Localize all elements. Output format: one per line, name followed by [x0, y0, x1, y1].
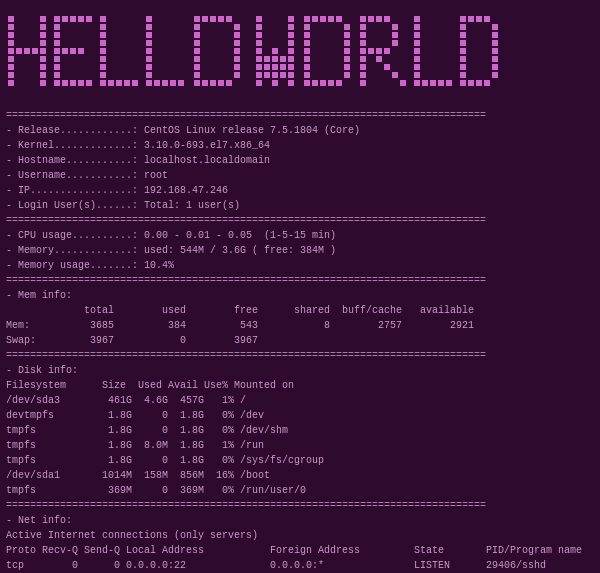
svg-rect-133 — [344, 24, 350, 30]
disk-row: /dev/sda1 1014M 158M 856M 16% /boot — [6, 468, 594, 483]
cpu-line: - CPU usage..........: 0.00 - 0.01 - 0.0… — [6, 228, 594, 243]
svg-rect-86 — [234, 72, 240, 78]
svg-rect-187 — [460, 80, 466, 86]
svg-rect-150 — [360, 64, 366, 70]
svg-rect-43 — [100, 32, 106, 38]
svg-rect-94 — [256, 40, 262, 46]
svg-rect-111 — [288, 16, 294, 22]
svg-rect-116 — [288, 56, 294, 62]
svg-rect-134 — [344, 32, 350, 38]
svg-rect-140 — [312, 80, 318, 86]
svg-rect-41 — [100, 16, 106, 22]
svg-rect-8 — [8, 80, 14, 86]
svg-rect-192 — [492, 32, 498, 38]
svg-rect-1 — [8, 24, 14, 30]
svg-rect-106 — [272, 72, 278, 78]
svg-rect-157 — [392, 32, 398, 38]
svg-rect-80 — [234, 24, 240, 30]
svg-rect-17 — [40, 56, 46, 62]
svg-rect-171 — [414, 56, 420, 62]
svg-rect-12 — [40, 16, 46, 22]
svg-rect-61 — [146, 72, 152, 78]
svg-rect-144 — [360, 16, 366, 22]
svg-rect-83 — [234, 48, 240, 54]
svg-rect-177 — [438, 80, 444, 86]
svg-rect-185 — [460, 64, 466, 70]
svg-rect-88 — [210, 80, 216, 86]
svg-rect-63 — [154, 80, 160, 86]
svg-rect-9 — [16, 48, 22, 54]
username-line: - Username...........: root — [6, 168, 594, 183]
svg-rect-30 — [62, 16, 68, 22]
svg-rect-114 — [288, 40, 294, 46]
svg-rect-99 — [256, 80, 262, 86]
svg-rect-38 — [70, 80, 76, 86]
disk-row: tmpfs 1.8G 0 1.8G 0% /sys/fs/cgroup — [6, 453, 594, 468]
svg-rect-180 — [460, 24, 466, 30]
svg-rect-100 — [264, 56, 270, 62]
svg-rect-132 — [336, 16, 342, 22]
svg-rect-163 — [384, 64, 390, 70]
hello-world-banner: .px { fill: #cc66cc; } — [6, 4, 594, 108]
svg-rect-68 — [194, 24, 200, 30]
svg-rect-199 — [476, 80, 482, 86]
svg-rect-95 — [256, 48, 262, 54]
svg-rect-113 — [288, 32, 294, 38]
svg-rect-191 — [492, 24, 498, 30]
svg-rect-110 — [280, 72, 286, 78]
svg-rect-179 — [460, 16, 466, 22]
svg-rect-158 — [392, 40, 398, 46]
svg-rect-183 — [460, 48, 466, 54]
svg-rect-44 — [100, 40, 106, 46]
disk-row: devtmpfs 1.8G 0 1.8G 0% /dev — [6, 408, 594, 423]
svg-rect-39 — [78, 80, 84, 86]
svg-rect-46 — [100, 56, 106, 62]
svg-rect-104 — [272, 56, 278, 62]
svg-rect-29 — [54, 80, 60, 86]
svg-rect-69 — [194, 32, 200, 38]
svg-rect-164 — [392, 72, 398, 78]
separator-top: ========================================… — [6, 108, 594, 123]
system-info-block: ========================================… — [6, 108, 594, 288]
separator-4: ========================================… — [6, 348, 594, 363]
svg-rect-82 — [234, 40, 240, 46]
svg-rect-135 — [344, 40, 350, 46]
net-row: tcp 0 0 0.0.0.0:22 0.0.0.0:* LISTEN 2940… — [6, 558, 594, 573]
svg-rect-193 — [492, 40, 498, 46]
svg-rect-5 — [8, 56, 14, 62]
svg-rect-50 — [108, 80, 114, 86]
svg-rect-87 — [202, 80, 208, 86]
svg-rect-141 — [320, 80, 326, 86]
svg-rect-96 — [256, 56, 262, 62]
svg-rect-120 — [304, 16, 310, 22]
svg-rect-105 — [272, 64, 278, 70]
svg-rect-122 — [304, 32, 310, 38]
svg-rect-119 — [288, 80, 294, 86]
disk-headers: Filesystem Size Used Avail Use% Mounted … — [6, 378, 594, 393]
hello-world-svg: .px { fill: #cc66cc; } — [6, 12, 594, 102]
svg-rect-67 — [194, 16, 200, 22]
svg-rect-26 — [54, 56, 60, 62]
svg-rect-0 — [8, 16, 14, 22]
svg-rect-75 — [194, 80, 200, 86]
terminal: .px { fill: #cc66cc; } — [0, 0, 600, 573]
svg-rect-72 — [194, 56, 200, 62]
svg-rect-125 — [304, 56, 310, 62]
svg-rect-4 — [8, 48, 14, 54]
svg-rect-162 — [376, 56, 382, 62]
svg-rect-186 — [460, 72, 466, 78]
svg-rect-152 — [360, 80, 366, 86]
svg-rect-153 — [368, 16, 374, 22]
svg-rect-53 — [132, 80, 138, 86]
disk-row: tmpfs 1.8G 0 1.8G 0% /dev/shm — [6, 423, 594, 438]
svg-rect-57 — [146, 40, 152, 46]
svg-rect-101 — [264, 64, 270, 70]
svg-rect-23 — [54, 32, 60, 38]
svg-rect-124 — [304, 48, 310, 54]
svg-rect-184 — [460, 56, 466, 62]
svg-rect-31 — [70, 16, 76, 22]
svg-rect-109 — [280, 64, 286, 70]
svg-rect-92 — [256, 24, 262, 30]
svg-rect-35 — [70, 48, 76, 54]
svg-rect-77 — [210, 16, 216, 22]
